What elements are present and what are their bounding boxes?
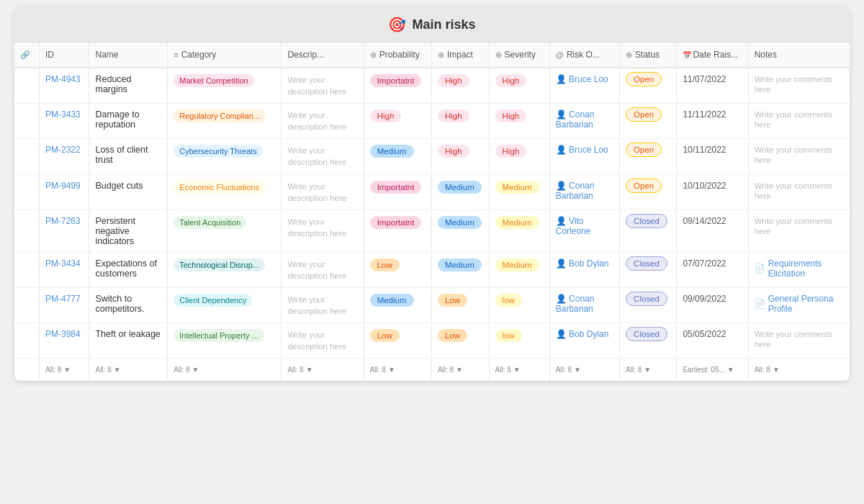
row-owner[interactable]: 👤 Conan Barbarian: [556, 294, 595, 314]
row-severity-cell: low: [489, 323, 549, 359]
row-owner-cell[interactable]: 👤 Conan Barbarian: [549, 287, 619, 323]
footer-prob-filter[interactable]: All: 8 ▼: [370, 366, 395, 374]
row-notes-placeholder[interactable]: Write your comments here: [755, 145, 832, 164]
row-desc[interactable]: Write your description here: [287, 295, 346, 315]
row-notes-link[interactable]: 📄 General Persona Profile: [755, 294, 844, 314]
row-desc-cell[interactable]: Write your description here: [282, 139, 364, 174]
row-notes-cell[interactable]: Write your comments here: [748, 323, 850, 359]
row-desc[interactable]: Write your description here: [287, 260, 346, 280]
footer-desc-filter[interactable]: All: 8 ▼: [287, 366, 312, 374]
row-notes-cell[interactable]: 📄 Requirements Elicitation: [748, 252, 850, 287]
row-owner[interactable]: 👤 Bruce Loo: [556, 74, 608, 84]
category-icon: ≡: [174, 50, 178, 59]
footer-status-filter[interactable]: All: 8 ▼: [626, 366, 651, 374]
row-notes-placeholder[interactable]: Write your comments here: [755, 330, 832, 348]
row-id[interactable]: PM-2322: [45, 145, 81, 155]
row-id[interactable]: PM-4943: [45, 74, 81, 84]
row-desc-cell[interactable]: Write your description here: [282, 68, 364, 104]
row-prob-pill: High: [370, 109, 402, 122]
row-id-cell[interactable]: PM-9499: [40, 174, 89, 210]
row-desc-cell[interactable]: Write your description here: [282, 210, 364, 252]
row-desc-cell[interactable]: Write your description here: [282, 104, 364, 139]
footer-impact[interactable]: All: 8 ▼: [431, 359, 489, 381]
row-id[interactable]: PM-4777: [45, 294, 81, 304]
row-id-cell[interactable]: PM-7263: [40, 210, 89, 252]
col-prob-header: ⊕Probability: [364, 42, 431, 68]
row-name-cell: Expectations of customers: [89, 252, 168, 287]
row-id-cell[interactable]: PM-4777: [40, 287, 89, 323]
row-desc-cell[interactable]: Write your description here: [282, 252, 364, 287]
footer-status[interactable]: All: 8 ▼: [620, 359, 677, 381]
row-notes-cell[interactable]: Write your comments here: [748, 210, 850, 252]
row-name: Expectations of customers: [95, 258, 156, 279]
footer-category[interactable]: All: 8 ▼: [168, 359, 282, 381]
row-owner-cell[interactable]: 👤 Conan Barbarian: [549, 174, 619, 210]
footer-id-filter[interactable]: All: 8 ▼: [45, 366, 71, 374]
footer-notes-filter[interactable]: All: 8 ▼: [755, 366, 780, 374]
footer-id[interactable]: All: 8 ▼: [40, 359, 89, 381]
footer-category-filter[interactable]: All: 8 ▼: [174, 366, 199, 374]
row-link-cell: [14, 252, 40, 287]
row-id-cell[interactable]: PM-4943: [40, 68, 89, 104]
row-notes-cell[interactable]: Write your comments here: [748, 139, 850, 174]
row-owner-cell[interactable]: 👤 Bob Dylan: [549, 252, 619, 287]
row-desc[interactable]: Write your description here: [287, 111, 346, 131]
row-notes-placeholder[interactable]: Write your comments here: [755, 110, 832, 129]
footer-owner-filter[interactable]: All: 8 ▼: [556, 366, 581, 374]
row-id-cell[interactable]: PM-3434: [40, 252, 89, 287]
row-desc[interactable]: Write your description here: [287, 146, 346, 166]
row-desc-cell[interactable]: Write your description here: [282, 323, 364, 359]
row-owner[interactable]: 👤 Bob Dylan: [556, 329, 609, 339]
row-desc[interactable]: Write your description here: [287, 330, 346, 351]
footer-impact-filter[interactable]: All: 8 ▼: [438, 366, 463, 374]
row-owner-cell[interactable]: 👤 Bruce Loo: [549, 139, 619, 174]
footer-name[interactable]: All: 8 ▼: [89, 359, 168, 381]
row-desc[interactable]: Write your description here: [287, 76, 346, 96]
row-notes-placeholder[interactable]: Write your comments here: [755, 75, 832, 94]
row-notes-text[interactable]: Requirements Elicitation: [768, 258, 844, 279]
row-notes-cell[interactable]: Write your comments here: [748, 174, 850, 210]
row-id-cell[interactable]: PM-3433: [40, 104, 89, 139]
row-desc[interactable]: Write your description here: [287, 182, 346, 202]
row-id[interactable]: PM-3984: [45, 329, 81, 339]
row-desc-cell[interactable]: Write your description here: [282, 174, 364, 210]
footer-owner[interactable]: All: 8 ▼: [549, 359, 619, 381]
row-notes-link[interactable]: 📄 Requirements Elicitation: [755, 258, 844, 279]
footer-severity[interactable]: All: 8 ▼: [489, 359, 549, 381]
row-id[interactable]: PM-3434: [45, 258, 81, 269]
row-id[interactable]: PM-7263: [45, 216, 81, 226]
row-notes-cell[interactable]: Write your comments here: [748, 68, 850, 104]
footer-notes[interactable]: All: 8 ▼: [748, 359, 850, 381]
row-owner-cell[interactable]: 👤 Vito Corleone: [549, 210, 619, 252]
footer-name-filter[interactable]: All: 8 ▼: [95, 366, 120, 374]
row-id-cell[interactable]: PM-3984: [40, 323, 89, 359]
footer-date-filter[interactable]: Earliest: 05... ▼: [683, 366, 734, 374]
row-owner[interactable]: 👤 Conan Barbarian: [556, 109, 595, 130]
row-owner-cell[interactable]: 👤 Bruce Loo: [549, 68, 619, 104]
footer-date[interactable]: Earliest: 05... ▼: [677, 359, 748, 381]
row-id[interactable]: PM-9499: [45, 181, 81, 191]
row-id[interactable]: PM-3433: [45, 109, 81, 120]
row-desc-cell[interactable]: Write your description here: [282, 287, 364, 323]
table-row: PM-3434 Expectations of customers Techno…: [14, 252, 850, 287]
row-notes-placeholder[interactable]: Write your comments here: [755, 181, 832, 200]
row-notes-placeholder[interactable]: Write your comments here: [755, 217, 832, 235]
footer-prob[interactable]: All: 8 ▼: [364, 359, 431, 381]
row-owner-cell[interactable]: 👤 Conan Barbarian: [549, 104, 619, 139]
row-owner[interactable]: 👤 Vito Corleone: [556, 216, 591, 236]
row-owner[interactable]: 👤 Conan Barbarian: [556, 181, 595, 201]
row-notes-text[interactable]: General Persona Profile: [768, 294, 844, 314]
row-owner[interactable]: 👤 Bruce Loo: [556, 145, 608, 155]
row-status-badge: Open: [626, 72, 662, 86]
row-notes-cell[interactable]: Write your comments here: [748, 104, 850, 139]
footer-desc[interactable]: All: 8 ▼: [282, 359, 364, 381]
row-owner-cell[interactable]: 👤 Bob Dylan: [549, 323, 619, 359]
row-owner[interactable]: 👤 Bob Dylan: [556, 258, 609, 269]
table-row: PM-3984 Theft or leakage Intellectual Pr…: [14, 323, 850, 359]
row-date-cell: 11/07/2022: [677, 68, 748, 104]
row-desc[interactable]: Write your description here: [287, 217, 346, 238]
row-notes-cell[interactable]: 📄 General Persona Profile: [748, 287, 850, 323]
row-id-cell[interactable]: PM-2322: [40, 139, 89, 174]
footer-severity-filter[interactable]: All: 8 ▼: [495, 366, 521, 374]
row-status-cell: Closed: [620, 287, 677, 323]
